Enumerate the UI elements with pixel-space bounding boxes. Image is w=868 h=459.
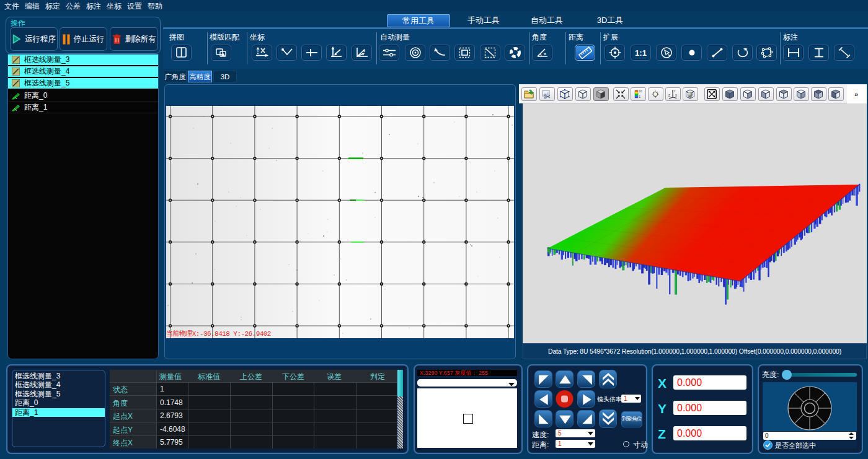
svg-text:Z: Z (668, 94, 670, 97)
svg-text:X: X (675, 94, 677, 97)
svg-text:Y: Y (674, 90, 676, 93)
svg-text:10: 10 (639, 90, 643, 93)
svg-text:1: 1 (639, 95, 641, 98)
